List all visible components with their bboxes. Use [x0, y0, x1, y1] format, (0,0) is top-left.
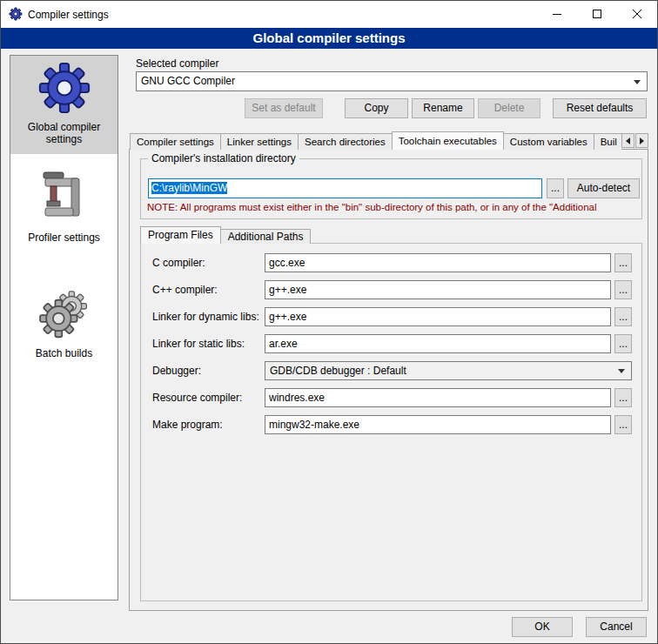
close-icon — [633, 10, 642, 19]
make-program-browse-button[interactable]: ... — [614, 415, 632, 434]
close-button[interactable] — [617, 1, 657, 28]
program-files-tab-strip: Program Files Additional Paths — [140, 226, 310, 244]
clamp-tool-icon — [40, 171, 89, 225]
chevron-down-icon — [634, 80, 641, 84]
settings-category-list: Global compiler settings Profiler settin… — [10, 55, 118, 600]
resource-compiler-browse-button[interactable]: ... — [614, 388, 632, 407]
sidebar-item-global-compiler-settings[interactable]: Global compiler settings — [10, 56, 118, 154]
linker-dynamic-input[interactable] — [265, 307, 611, 326]
linker-static-input[interactable] — [265, 334, 611, 353]
arrow-right-icon — [640, 138, 644, 144]
window-title: Compiler settings — [28, 9, 109, 21]
subtab-program-files[interactable]: Program Files — [140, 226, 221, 244]
debugger-label: Debugger: — [152, 365, 201, 377]
tab-search-directories[interactable]: Search directories — [298, 133, 393, 150]
compiler-select[interactable]: GNU GCC Compiler — [136, 71, 648, 91]
installation-directory-group-title: Compiler's installation directory — [148, 152, 299, 165]
cpp-compiler-input[interactable] — [265, 280, 611, 299]
subtab-additional-paths[interactable]: Additional Paths — [220, 229, 312, 244]
minimize-icon — [553, 10, 562, 19]
delete-button[interactable]: Delete — [478, 98, 540, 118]
selected-compiler-label: Selected compiler — [136, 57, 218, 70]
installation-directory-value: C:\raylib\MinGW — [151, 182, 227, 194]
sidebar-item-label: Global compiler settings — [13, 121, 115, 145]
linker-static-browse-button[interactable]: ... — [614, 334, 632, 353]
installation-directory-input[interactable]: C:\raylib\MinGW — [148, 178, 542, 198]
tab-build-options-clipped[interactable]: Buil — [594, 133, 621, 150]
tab-compiler-settings[interactable]: Compiler settings — [130, 133, 221, 150]
chevron-down-icon — [618, 369, 625, 373]
page-title: Global compiler settings — [1, 28, 657, 49]
compiler-select-value: GNU GCC Compiler — [141, 75, 235, 87]
maximize-button[interactable] — [577, 1, 617, 28]
sidebar-item-profiler-settings[interactable]: Profiler settings — [10, 166, 118, 252]
bin-subdirectory-note: NOTE: All programs must exist either in … — [147, 202, 641, 212]
auto-detect-button[interactable]: Auto-detect — [567, 178, 640, 198]
copy-button[interactable]: Copy — [345, 98, 408, 118]
main-tab-strip: Compiler settings Linker settings Search… — [130, 131, 621, 150]
arrow-left-icon — [626, 138, 630, 144]
make-program-label: Make program: — [152, 419, 223, 431]
blue-gear-icon — [37, 61, 91, 115]
cpp-compiler-browse-button[interactable]: ... — [614, 280, 632, 299]
ok-button[interactable]: OK — [512, 617, 573, 637]
debugger-select-value: GDB/CDB debugger : Default — [270, 365, 406, 377]
tab-custom-variables[interactable]: Custom variables — [503, 133, 594, 150]
make-program-input[interactable] — [265, 415, 611, 434]
sidebar-item-label: Batch builds — [13, 347, 115, 359]
resource-compiler-label: Resource compiler: — [152, 392, 242, 404]
installation-directory-browse-button[interactable]: ... — [547, 178, 564, 198]
debugger-select[interactable]: GDB/CDB debugger : Default — [265, 361, 632, 380]
linker-dynamic-label: Linker for dynamic libs: — [152, 311, 259, 323]
sidebar-item-label: Profiler settings — [13, 231, 115, 244]
tab-scroll-right-button[interactable] — [635, 133, 648, 148]
compiler-settings-dialog: Compiler settings Global compiler settin… — [0, 0, 658, 644]
gray-gears-icon — [38, 287, 91, 341]
resource-compiler-input[interactable] — [265, 388, 611, 407]
set-as-default-button[interactable]: Set as default — [245, 98, 323, 118]
maximize-icon — [593, 10, 602, 19]
cpp-compiler-label: C++ compiler: — [152, 284, 218, 296]
c-compiler-input[interactable] — [265, 253, 611, 272]
tab-linker-settings[interactable]: Linker settings — [220, 133, 299, 150]
title-bar: Compiler settings — [1, 1, 657, 28]
cancel-button[interactable]: Cancel — [586, 617, 647, 637]
tab-toolchain-executables[interactable]: Toolchain executables — [392, 131, 504, 150]
c-compiler-label: C compiler: — [152, 257, 205, 269]
c-compiler-browse-button[interactable]: ... — [614, 253, 632, 272]
reset-defaults-button[interactable]: Reset defaults — [553, 98, 647, 118]
minimize-button[interactable] — [537, 1, 577, 28]
app-icon — [9, 7, 23, 23]
tab-scroll-left-button[interactable] — [621, 133, 634, 148]
rename-button[interactable]: Rename — [412, 98, 474, 118]
linker-dynamic-browse-button[interactable]: ... — [614, 307, 632, 326]
sidebar-item-batch-builds[interactable]: Batch builds — [10, 282, 118, 368]
linker-static-label: Linker for static libs: — [152, 338, 245, 350]
